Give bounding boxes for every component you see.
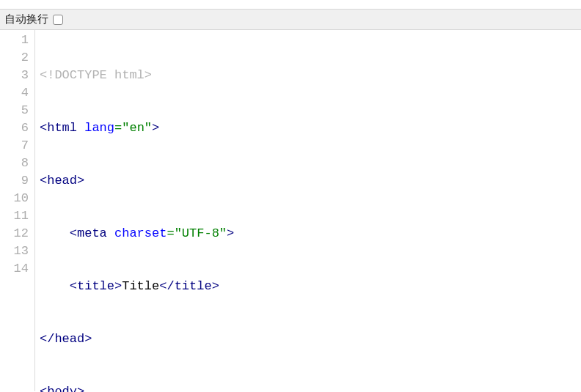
wrap-checkbox[interactable] <box>53 15 63 25</box>
toolbar: 自动换行 <box>0 9 581 30</box>
code-line: </head> <box>40 330 581 348</box>
code-line: <meta charset="UTF-8"> <box>40 225 581 243</box>
tag-name: html <box>47 121 77 135</box>
code-line: <title>Title</title> <box>40 278 581 295</box>
tag-name: title <box>77 279 114 293</box>
attr-name: charset <box>114 226 167 240</box>
tag-name: title <box>175 279 212 293</box>
code-line: <!DOCTYPE html> <box>40 67 581 84</box>
code-editor[interactable]: 1 2 3 4 5 6 7 8 9 10 11 12 13 14 <!DOCTY… <box>0 30 581 391</box>
space <box>107 226 114 240</box>
bracket: > <box>212 279 219 293</box>
code-line: <html lang="en"> <box>40 119 581 137</box>
code-area[interactable]: <!DOCTYPE html> <html lang="en"> <head> … <box>35 30 581 391</box>
line-number: 8 <box>0 155 29 172</box>
quote: " <box>175 226 182 240</box>
line-gutter: 1 2 3 4 5 6 7 8 9 10 11 12 13 14 <box>0 30 35 391</box>
bracket: </ <box>159 279 174 293</box>
line-number: 1 <box>0 32 29 49</box>
tag-name: meta <box>77 226 107 240</box>
line-number: 5 <box>0 102 29 119</box>
bracket: > <box>77 174 84 188</box>
bracket: < <box>40 174 47 188</box>
line-number: 6 <box>0 119 29 137</box>
code-line: <body> <box>40 383 581 392</box>
text-content: Title <box>122 279 159 293</box>
quote: " <box>145 121 152 135</box>
code-line: <head> <box>40 172 581 190</box>
line-number: 11 <box>0 207 29 225</box>
line-number: 3 <box>0 67 29 84</box>
bracket: < <box>70 226 77 240</box>
bracket: > <box>114 279 122 293</box>
attr-name: lang <box>84 121 114 135</box>
bracket: > <box>152 121 159 135</box>
bracket: < <box>70 279 77 293</box>
tag-name: head <box>54 332 84 346</box>
line-number: 4 <box>0 84 29 102</box>
tag-name: body <box>47 385 77 392</box>
bracket: </ <box>40 332 54 346</box>
bracket: > <box>84 332 92 346</box>
tag-name: head <box>47 174 77 188</box>
line-number: 14 <box>0 260 29 278</box>
bracket: > <box>227 226 234 240</box>
space <box>77 121 84 135</box>
quote: " <box>122 121 129 135</box>
equals: = <box>114 121 122 135</box>
doctype-token: <!DOCTYPE html> <box>40 68 152 82</box>
bracket: < <box>40 385 47 392</box>
line-number: 10 <box>0 190 29 207</box>
top-remnant <box>0 0 581 9</box>
equals: = <box>167 226 174 240</box>
line-number: 12 <box>0 225 29 243</box>
attr-value: en <box>129 121 144 135</box>
line-number: 2 <box>0 49 29 67</box>
bracket: < <box>40 121 47 135</box>
attr-value: UTF-8 <box>182 226 219 240</box>
line-number: 7 <box>0 137 29 155</box>
wrap-label: 自动换行 <box>4 12 48 26</box>
line-number: 13 <box>0 243 29 260</box>
line-number: 9 <box>0 172 29 190</box>
quote: " <box>219 226 227 240</box>
bracket: > <box>77 385 84 392</box>
